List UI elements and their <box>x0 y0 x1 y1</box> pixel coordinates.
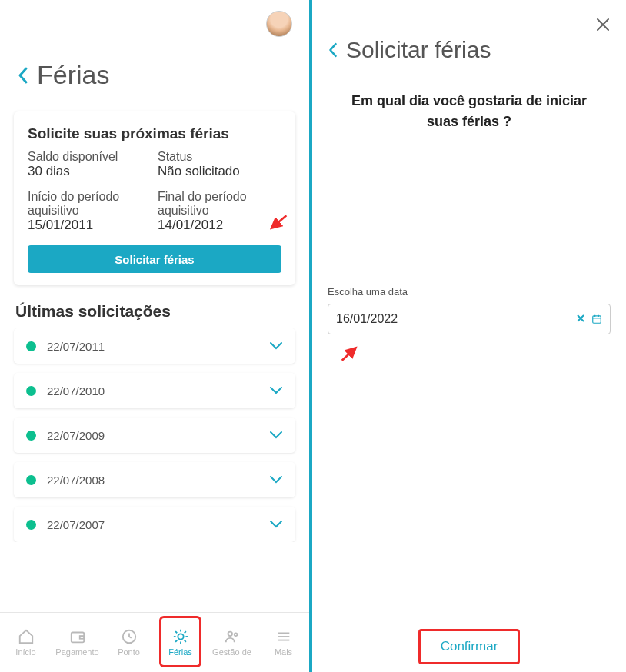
panel-title: Solicitar férias <box>346 37 491 63</box>
wallet-icon <box>69 628 86 645</box>
inicio-label: Início do período aquisitivo <box>28 190 152 218</box>
status-dot-icon <box>26 386 36 396</box>
request-item[interactable]: 22/07/2007 <box>14 507 295 542</box>
svg-line-22 <box>342 349 355 361</box>
nav-pagamento[interactable]: Pagamento <box>52 613 103 672</box>
nav-gestao[interactable]: Gestão de <box>206 613 258 672</box>
menu-icon <box>275 628 292 645</box>
confirm-button[interactable]: Confirmar <box>427 633 512 660</box>
final-value: 14/01/2012 <box>158 218 281 233</box>
svg-line-10 <box>184 640 185 642</box>
request-date: 22/07/2007 <box>47 518 269 531</box>
page-title: Férias <box>37 60 109 90</box>
inicio-value: 15/01/2011 <box>28 218 152 233</box>
svg-point-14 <box>234 633 237 636</box>
svg-line-9 <box>175 631 177 633</box>
nav-label: Férias <box>168 647 192 657</box>
close-icon[interactable] <box>595 17 611 32</box>
status-value: Não solicitado <box>158 164 281 179</box>
request-item[interactable]: 22/07/2010 <box>14 373 295 408</box>
saldo-value: 30 dias <box>28 164 152 179</box>
nav-label: Mais <box>275 647 292 657</box>
sun-icon <box>172 628 189 645</box>
vacation-card: Solicite suas próximas férias Saldo disp… <box>14 111 295 285</box>
chevron-down-icon <box>269 386 283 395</box>
svg-line-12 <box>184 631 185 633</box>
nav-mais[interactable]: Mais <box>258 613 309 672</box>
nav-ferias[interactable]: Férias <box>155 613 206 672</box>
page-header: Férias <box>0 0 309 104</box>
annotation-highlight: Confirmar <box>418 629 521 664</box>
avatar[interactable] <box>266 11 292 37</box>
clear-icon[interactable] <box>576 314 585 324</box>
request-date: 22/07/2011 <box>47 340 269 353</box>
request-date: 22/07/2010 <box>47 384 269 398</box>
list-section-title: Últimas solicitações <box>15 302 294 321</box>
date-input[interactable] <box>328 304 611 334</box>
request-item[interactable]: 22/07/2011 <box>14 328 295 364</box>
svg-point-13 <box>228 632 232 637</box>
solicitar-ferias-button[interactable]: Solicitar férias <box>28 245 281 273</box>
svg-rect-18 <box>593 316 601 323</box>
status-dot-icon <box>26 431 36 441</box>
calendar-icon[interactable] <box>591 314 602 324</box>
status-label: Status <box>158 150 281 164</box>
chevron-down-icon <box>269 341 283 351</box>
nav-label: Gestão de <box>212 647 251 657</box>
nav-inicio[interactable]: Início <box>0 613 52 672</box>
status-dot-icon <box>26 520 36 530</box>
clock-icon <box>121 628 138 645</box>
bottom-nav: Início Pagamento Ponto Férias Gestão de … <box>0 612 309 672</box>
chevron-down-icon <box>269 431 283 440</box>
svg-point-4 <box>178 634 183 639</box>
request-date: 22/07/2008 <box>47 474 269 487</box>
chevron-down-icon <box>269 475 283 484</box>
confirm-bar: Confirmar <box>312 629 626 664</box>
card-title: Solicite suas próximas férias <box>28 125 281 142</box>
nav-label: Início <box>15 647 35 657</box>
back-icon[interactable] <box>17 66 29 85</box>
final-label: Final do período aquisitivo <box>158 190 281 218</box>
nav-label: Pagamento <box>55 647 98 657</box>
annotation-arrow-icon <box>336 346 362 361</box>
panel-header: Solicitar férias <box>328 37 611 63</box>
chevron-down-icon <box>269 520 283 529</box>
svg-rect-2 <box>79 636 84 639</box>
request-date: 22/07/2009 <box>47 429 269 442</box>
ferias-screen: Férias Solicite suas próximas férias Sal… <box>0 0 312 672</box>
request-item[interactable]: 22/07/2009 <box>14 418 295 453</box>
status-dot-icon <box>26 341 36 351</box>
nav-ponto[interactable]: Ponto <box>103 613 155 672</box>
home-icon <box>18 628 35 645</box>
solicitar-ferias-panel: Solicitar férias Em qual dia você gostar… <box>312 0 626 672</box>
svg-line-11 <box>175 640 177 642</box>
date-input-field[interactable] <box>336 312 576 326</box>
back-icon[interactable] <box>328 42 338 58</box>
saldo-label: Saldo disponível <box>28 150 152 164</box>
date-field-label: Escolha uma data <box>328 286 611 298</box>
status-dot-icon <box>26 475 36 485</box>
nav-label: Ponto <box>118 647 140 657</box>
people-icon <box>224 628 241 645</box>
svg-rect-1 <box>71 633 84 643</box>
request-item[interactable]: 22/07/2008 <box>14 462 295 497</box>
requests-list: 22/07/2011 22/07/2010 22/07/2009 22/07/2… <box>0 328 309 542</box>
question-text: Em qual dia você gostaria de iniciar sua… <box>328 91 611 132</box>
